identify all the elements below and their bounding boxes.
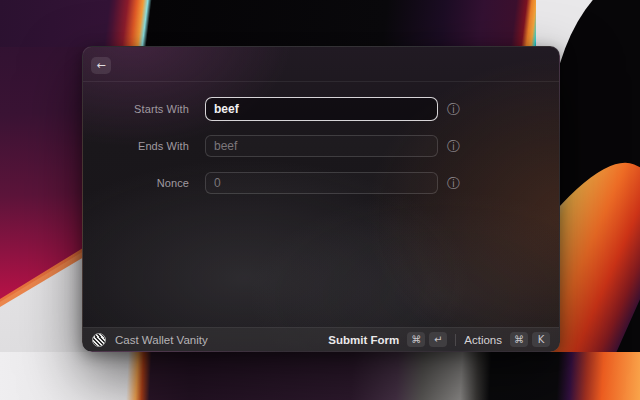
- desktop: ← Starts With ⓘ Ends With ⓘ Nonce ⓘ Cast…: [0, 0, 640, 400]
- command-key-icon: ⌘: [407, 332, 425, 347]
- action-bar-right: Submit Form ⌘ ↵ Actions ⌘ K: [328, 332, 550, 347]
- actions-button[interactable]: Actions: [464, 334, 502, 346]
- starts-with-label: Starts With: [83, 103, 205, 115]
- form-row-nonce: Nonce ⓘ: [83, 172, 559, 194]
- nonce-label: Nonce: [83, 177, 205, 189]
- back-icon: ←: [96, 59, 105, 72]
- ends-with-label: Ends With: [83, 140, 205, 152]
- action-bar: Cast Wallet Vanity Submit Form ⌘ ↵ Actio…: [83, 327, 559, 351]
- cast-app-icon: [92, 333, 106, 347]
- back-button[interactable]: ←: [91, 57, 111, 74]
- info-icon[interactable]: ⓘ: [447, 140, 460, 153]
- command-key-icon: ⌘: [510, 332, 528, 347]
- footer-divider: [455, 334, 456, 346]
- app-name: Cast Wallet Vanity: [115, 334, 208, 346]
- k-key: K: [532, 332, 550, 347]
- action-bar-left: Cast Wallet Vanity: [92, 333, 208, 347]
- starts-with-input[interactable]: [205, 97, 438, 121]
- form-row-ends-with: Ends With ⓘ: [83, 135, 559, 157]
- ends-with-input[interactable]: [205, 135, 438, 157]
- info-icon[interactable]: ⓘ: [447, 177, 460, 190]
- raycast-window: ← Starts With ⓘ Ends With ⓘ Nonce ⓘ Cast…: [82, 46, 560, 352]
- return-key-icon: ↵: [429, 332, 447, 347]
- form-row-starts-with: Starts With ⓘ: [83, 98, 559, 120]
- window-header: ←: [83, 47, 559, 82]
- submit-form-button[interactable]: Submit Form: [328, 334, 399, 346]
- nonce-input[interactable]: [205, 172, 438, 194]
- wallpaper-bottom-band: [0, 352, 640, 400]
- info-icon[interactable]: ⓘ: [447, 103, 460, 116]
